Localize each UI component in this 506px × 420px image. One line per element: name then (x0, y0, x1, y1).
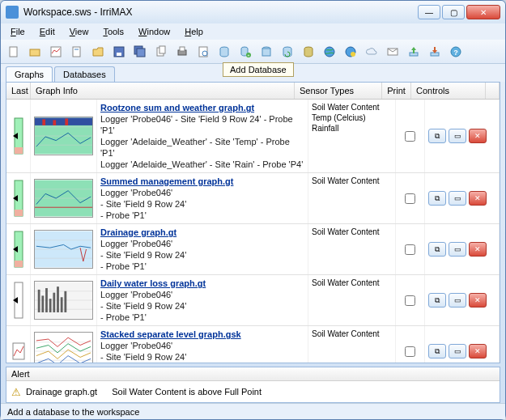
grid-body[interactable]: Rootzone sum and weather graph.gtLogger … (6, 100, 500, 363)
delete-button[interactable]: ✕ (469, 293, 487, 308)
tool-db-add-icon[interactable]: + (236, 42, 255, 62)
col-last[interactable]: Last (6, 83, 31, 99)
tool-save-icon[interactable] (109, 42, 129, 62)
maximize-button[interactable]: ▭ (449, 129, 466, 143)
print-checkbox[interactable] (396, 275, 425, 325)
col-ctrl[interactable]: Controls (411, 83, 486, 99)
maximize-button[interactable]: ▭ (449, 242, 466, 257)
maximize-button[interactable]: ▭ (449, 191, 466, 206)
delete-button[interactable]: ✕ (469, 191, 487, 206)
graph-info: Drainage graph.gtLogger 'Probe046'- Site… (97, 224, 308, 274)
tool-db-config-icon[interactable] (299, 42, 318, 62)
menu-tools[interactable]: Tools (96, 25, 130, 38)
svg-rect-12 (180, 47, 185, 51)
table-row[interactable]: Stacked separate level graph.gskLogger '… (6, 326, 500, 363)
svg-rect-64 (57, 286, 59, 312)
svg-rect-63 (53, 293, 55, 312)
row-controls: ⧉▭✕ (425, 275, 500, 325)
table-row[interactable]: Summed management graph.gtLogger 'Probe0… (6, 173, 500, 224)
tool-download-icon[interactable] (425, 42, 444, 62)
menu-help[interactable]: Help (178, 25, 210, 38)
tool-help-icon[interactable]: ? (446, 42, 466, 62)
maximize-button[interactable]: ▭ (449, 344, 466, 358)
menu-window[interactable]: Window (132, 25, 176, 38)
tool-copy-icon[interactable] (151, 42, 171, 62)
col-scroll-spacer (486, 83, 500, 99)
tool-print-icon[interactable] (172, 42, 192, 62)
svg-rect-8 (137, 49, 145, 57)
tool-saveall-icon[interactable] (130, 42, 150, 62)
svg-text:+: + (248, 53, 250, 57)
maximize-button[interactable]: ▢ (442, 5, 465, 19)
graph-link[interactable]: Stacked separate level graph.gsk (100, 329, 241, 339)
delete-button[interactable]: ✕ (469, 344, 487, 358)
titlebar[interactable]: Workspace.sws - IrriMAX — ▢ ✕ (1, 1, 505, 23)
tool-new-chart-icon[interactable] (46, 42, 66, 62)
menu-file[interactable]: File (4, 25, 32, 38)
row-controls: ⧉▭✕ (425, 224, 500, 274)
grid: Last Graph Info Sensor Types Print Contr… (6, 82, 500, 363)
close-button[interactable]: ✕ (466, 5, 500, 19)
print-checkbox[interactable] (396, 173, 425, 223)
tool-globe2-icon[interactable] (341, 42, 360, 62)
table-row[interactable]: Rootzone sum and weather graph.gtLogger … (6, 100, 500, 173)
restore-button[interactable]: ⧉ (428, 293, 446, 308)
graph-thumbnail[interactable] (31, 275, 97, 325)
alert-header: Alert (6, 367, 500, 381)
restore-button[interactable]: ⧉ (428, 129, 446, 143)
tool-open-icon[interactable] (88, 42, 108, 62)
table-row[interactable]: Drainage graph.gtLogger 'Probe046'- Site… (6, 224, 500, 275)
col-print[interactable]: Print (382, 83, 411, 99)
graph-link[interactable]: Summed management graph.gt (100, 176, 233, 186)
tool-mail-icon[interactable] (383, 42, 402, 62)
alert-graph: Drainage graph.gt (26, 387, 97, 397)
tool-preview-icon[interactable] (193, 42, 213, 62)
col-sensor[interactable]: Sensor Types (295, 83, 382, 99)
menu-view[interactable]: View (63, 25, 96, 38)
graph-link[interactable]: Rootzone sum and weather graph.gt (100, 103, 254, 112)
sensor-types: Soil Water Content (308, 173, 396, 223)
svg-rect-32 (15, 147, 23, 154)
tool-globe-icon[interactable] (320, 42, 339, 62)
restore-button[interactable]: ⧉ (428, 242, 446, 257)
tab-graphs[interactable]: Graphs (6, 66, 53, 82)
table-row[interactable]: Daily water loss graph.gtLogger 'Probe04… (6, 275, 500, 326)
toolbar: + ? Add Database (1, 40, 505, 64)
delete-button[interactable]: ✕ (469, 242, 487, 257)
graph-link[interactable]: Drainage graph.gt (100, 227, 176, 237)
print-checkbox[interactable] (396, 326, 425, 363)
tool-new-icon[interactable] (4, 42, 23, 62)
restore-button[interactable]: ⧉ (428, 191, 446, 206)
svg-rect-40 (65, 119, 68, 125)
tab-databases[interactable]: Databases (54, 66, 115, 82)
tool-new-doc-icon[interactable] (67, 42, 87, 62)
graph-link[interactable]: Daily water loss graph.gt (100, 278, 206, 288)
print-checkbox[interactable] (396, 224, 425, 274)
tool-db-icon[interactable] (215, 42, 234, 62)
alert-panel: Alert ⚠ Drainage graph.gt Soil Water Con… (6, 367, 500, 403)
svg-rect-6 (117, 53, 121, 56)
graph-info: Stacked separate level graph.gskLogger '… (97, 326, 308, 363)
alert-body: ⚠ Drainage graph.gt Soil Water Content i… (6, 381, 500, 402)
tool-db-list-icon[interactable] (257, 42, 276, 62)
menu-edit[interactable]: Edit (33, 25, 62, 38)
graph-info: Daily water loss graph.gtLogger 'Probe04… (97, 275, 308, 325)
print-checkbox[interactable] (396, 100, 425, 172)
svg-rect-3 (73, 47, 80, 57)
graph-thumbnail[interactable] (31, 224, 97, 274)
svg-text:?: ? (453, 49, 458, 57)
restore-button[interactable]: ⧉ (428, 344, 446, 358)
tool-new-folder-icon[interactable] (25, 42, 45, 62)
graph-thumbnail[interactable] (31, 326, 97, 363)
col-info[interactable]: Graph Info (31, 83, 295, 99)
svg-rect-65 (61, 297, 63, 312)
graph-thumbnail[interactable] (31, 173, 97, 223)
maximize-button[interactable]: ▭ (449, 293, 466, 308)
delete-button[interactable]: ✕ (469, 129, 487, 143)
tool-upload-icon[interactable] (404, 42, 423, 62)
graph-thumbnail[interactable] (31, 100, 97, 172)
tool-db-refresh-icon[interactable] (278, 42, 297, 62)
minimize-button[interactable]: — (418, 5, 440, 19)
tool-cloud-icon[interactable] (362, 42, 381, 62)
menubar: File Edit View Tools Window Help (1, 23, 505, 40)
